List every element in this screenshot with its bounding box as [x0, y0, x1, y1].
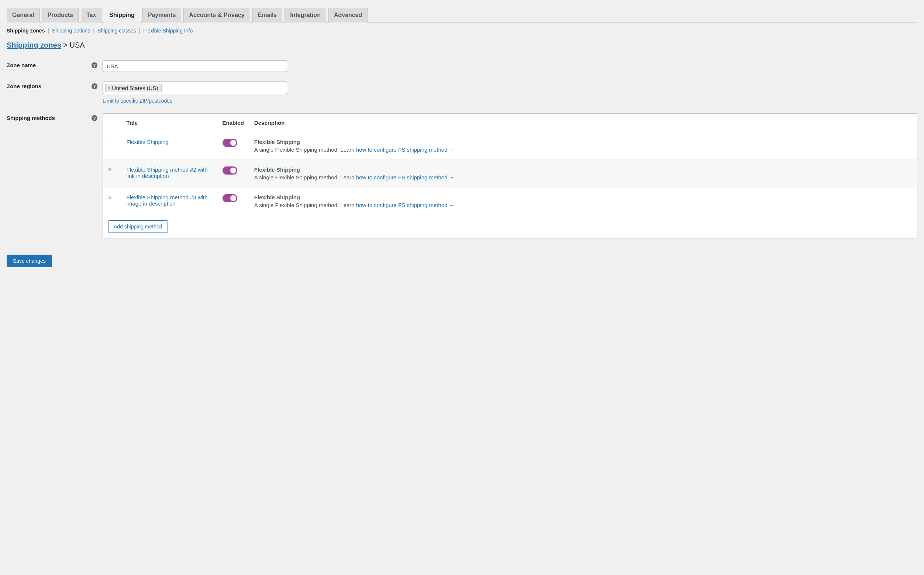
add-shipping-method-button[interactable]: Add shipping method	[108, 220, 168, 233]
shipping-methods-label: Shipping methods	[6, 115, 55, 121]
tab-products[interactable]: Products	[42, 8, 79, 22]
method-desc-heading: Flexible Shipping	[254, 167, 912, 173]
save-changes-button[interactable]: Save changes	[6, 255, 52, 267]
table-row: ≡ Flexible Shipping Flexible Shipping A …	[103, 132, 918, 160]
table-row: ≡ Flexible Shipping method #2 with link …	[103, 160, 918, 187]
zone-regions-select[interactable]: × United States (US)	[103, 81, 287, 94]
tab-tax[interactable]: Tax	[81, 8, 102, 22]
method-desc-text: A single Flexible Shipping method. Learn…	[254, 146, 912, 153]
subnav-shipping-zones[interactable]: Shipping zones	[6, 28, 44, 33]
help-icon[interactable]: ?	[92, 83, 97, 89]
tab-accounts-privacy[interactable]: Accounts & Privacy	[183, 8, 250, 22]
method-title-link[interactable]: Flexible Shipping method #3 with image i…	[127, 194, 208, 206]
region-chip-label: United States (US)	[112, 85, 158, 91]
method-desc-link[interactable]: how to configure FS shipping method	[356, 146, 448, 153]
tab-general[interactable]: General	[6, 8, 40, 22]
method-title-link[interactable]: Flexible Shipping method #2 with link in…	[127, 167, 208, 179]
zone-name-label: Zone name	[6, 62, 36, 68]
zone-regions-label: Zone regions	[6, 83, 41, 89]
region-chip: × United States (US)	[105, 84, 162, 92]
method-desc-text: A single Flexible Shipping method. Learn…	[254, 174, 912, 181]
tab-payments[interactable]: Payments	[143, 8, 181, 22]
method-desc-link[interactable]: how to configure FS shipping method	[356, 202, 448, 208]
col-title: Title	[121, 114, 218, 132]
drag-handle-icon[interactable]: ≡	[108, 139, 111, 145]
subnav-flexible-shipping-info[interactable]: Flexible Shipping Info	[143, 28, 193, 33]
shipping-methods-row: Shipping methods ? Title Enabled Descrip…	[6, 113, 918, 238]
table-row: ≡ Flexible Shipping method #3 with image…	[103, 187, 918, 215]
remove-chip-icon[interactable]: ×	[108, 85, 111, 91]
tab-integration[interactable]: Integration	[284, 8, 326, 22]
subnav-shipping-classes[interactable]: Shipping classes	[97, 28, 136, 33]
breadcrumb-leaf: USA	[70, 41, 85, 49]
method-desc-heading: Flexible Shipping	[254, 139, 912, 145]
zone-name-row: Zone name ?	[6, 60, 918, 72]
enabled-toggle[interactable]	[222, 139, 237, 147]
enabled-toggle[interactable]	[222, 167, 237, 175]
zone-name-input[interactable]	[103, 60, 287, 72]
col-description: Description	[249, 114, 918, 132]
method-desc-link[interactable]: how to configure FS shipping method	[356, 174, 448, 181]
breadcrumb-root-link[interactable]: Shipping zones	[6, 41, 61, 49]
tab-emails[interactable]: Emails	[252, 8, 283, 22]
tab-advanced[interactable]: Advanced	[329, 8, 368, 22]
col-enabled: Enabled	[218, 114, 249, 132]
zone-regions-row: Zone regions ? × United States (US) Limi…	[6, 81, 918, 104]
breadcrumb: Shipping zones > USA	[6, 41, 918, 49]
drag-handle-icon[interactable]: ≡	[108, 194, 111, 200]
method-desc-heading: Flexible Shipping	[254, 194, 912, 200]
help-icon[interactable]: ?	[92, 62, 97, 68]
settings-tabs: General Products Tax Shipping Payments A…	[6, 7, 918, 22]
tab-shipping[interactable]: Shipping	[104, 8, 140, 22]
limit-postcodes-link[interactable]: Limit to specific ZIP/postcodes	[103, 98, 172, 104]
shipping-subnav: Shipping zones | Shipping options | Ship…	[6, 28, 918, 33]
shipping-methods-table: Title Enabled Description ≡ Flexible Shi…	[103, 113, 918, 215]
enabled-toggle[interactable]	[222, 194, 237, 202]
drag-handle-icon[interactable]: ≡	[108, 167, 111, 173]
table-footer: Add shipping method	[103, 215, 918, 238]
method-title-link[interactable]: Flexible Shipping	[127, 139, 168, 145]
subnav-shipping-options[interactable]: Shipping options	[52, 28, 90, 33]
help-icon[interactable]: ?	[92, 115, 97, 121]
method-desc-text: A single Flexible Shipping method. Learn…	[254, 202, 912, 208]
